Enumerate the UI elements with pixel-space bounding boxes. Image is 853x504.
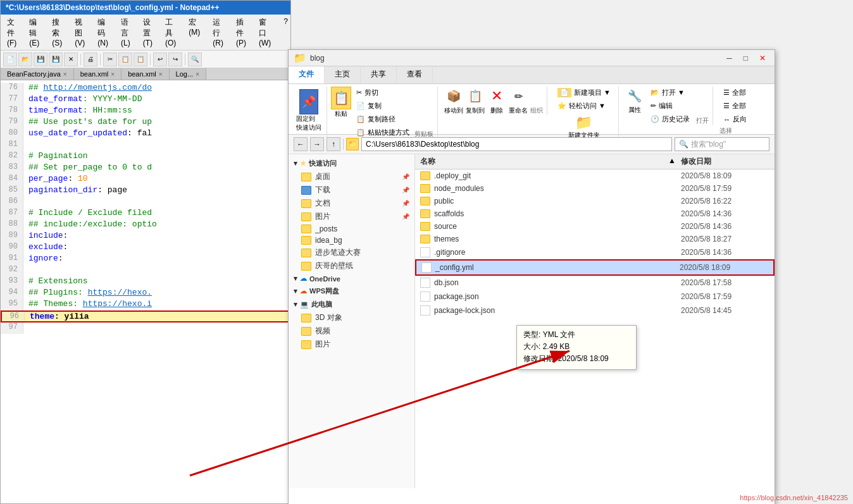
sidebar-wps[interactable]: ▾ ☁ WPS网盘: [289, 285, 414, 298]
close-btn[interactable]: ✕: [756, 54, 769, 63]
tab-close[interactable]: ×: [159, 71, 163, 78]
moveto-btn[interactable]: 📦 移动到: [444, 87, 463, 115]
ribbon-tab-share[interactable]: 共享: [361, 66, 397, 83]
file-item-gitignore[interactable]: .gitignore 2020/5/8 14:36: [415, 245, 775, 259]
select-all-btn[interactable]: ☰ 全部: [719, 87, 750, 99]
toolbar-redo[interactable]: ↪: [168, 52, 182, 66]
sidebar-item-downloads[interactable]: 下载 📌: [289, 183, 414, 197]
sidebar-item-3d[interactable]: 3D 对象: [289, 311, 414, 324]
sidebar-quickaccess[interactable]: ▾ ★ 快速访问: [289, 157, 414, 170]
moveto-label: 移动到: [444, 106, 463, 115]
address-bar[interactable]: C:\Users\86183\Desktop\test\blog: [361, 137, 672, 151]
tab-beanfactory[interactable]: BeanFactory.java ×: [1, 68, 74, 80]
file-item-source[interactable]: source 2020/5/8 14:36: [415, 220, 775, 233]
select-none-btn[interactable]: ☰ 全部: [719, 100, 750, 112]
copyto-btn[interactable]: 📋 复制到: [466, 87, 485, 115]
sidebar-item-pictures[interactable]: 图片 📌: [289, 210, 414, 223]
history-btn[interactable]: 🕐 历史记录: [647, 113, 694, 125]
tab-log[interactable]: Log... ×: [170, 68, 206, 80]
paste-btn[interactable]: 📋 粘贴: [331, 87, 351, 138]
menu-settings[interactable]: 设置(T): [139, 16, 156, 49]
code-editor[interactable]: 76 ## http://momentjs.com/do 77 date_for…: [1, 80, 290, 336]
menu-tools[interactable]: 工具(O): [161, 16, 180, 49]
nav-back[interactable]: ←: [294, 137, 308, 151]
sidebar-thispc[interactable]: ▾ 💻 此电脑: [289, 298, 414, 311]
toolbar-close[interactable]: ✕: [64, 52, 78, 66]
tab-close[interactable]: ×: [111, 71, 115, 78]
folder-icon: [420, 171, 430, 180]
sidebar-item-desktop[interactable]: 桌面 📌: [289, 170, 414, 183]
sidebar-item-wallpaper[interactable]: 庆哥的壁纸: [289, 259, 414, 273]
toolbar-saveall[interactable]: 💾: [49, 52, 63, 66]
sidebar-item-contest[interactable]: 进步笔迹大赛: [289, 246, 414, 259]
toolbar-paste[interactable]: 📋: [134, 52, 147, 66]
search-box[interactable]: 🔍 搜索"blog": [675, 137, 769, 151]
menu-window[interactable]: 窗口(W): [255, 16, 275, 49]
tab-close[interactable]: ×: [196, 71, 199, 78]
toolbar-undo[interactable]: ↩: [153, 52, 167, 66]
folder-icon: [301, 314, 311, 323]
menu-help[interactable]: ?: [280, 16, 292, 49]
menu-encode[interactable]: 编码(N): [94, 16, 112, 49]
toolbar-copy[interactable]: 📋: [118, 52, 132, 66]
toolbar-open[interactable]: 📂: [18, 52, 32, 66]
ribbon-tab-view[interactable]: 查看: [397, 66, 433, 83]
rename-btn[interactable]: ✏ 重命名: [509, 87, 528, 115]
toolbar-print[interactable]: 🖨: [84, 52, 97, 66]
file-item-packagejson[interactable]: package.json 2020/5/8 17:59: [415, 290, 775, 304]
file-item-themes[interactable]: themes 2020/5/8 18:27: [415, 233, 775, 245]
copy-btn[interactable]: 📄 复制: [352, 100, 413, 112]
toolbar-find[interactable]: 🔍: [188, 52, 202, 66]
properties-btn[interactable]: 🔧 属性: [625, 87, 644, 114]
cut-btn[interactable]: ✂ 剪切: [352, 87, 413, 99]
nav-forward[interactable]: →: [310, 137, 324, 151]
tab-bean1[interactable]: bean.xml ×: [74, 68, 121, 80]
sidebar-item-documents[interactable]: 文档 📌: [289, 197, 414, 210]
menu-edit[interactable]: 编辑(E): [25, 16, 43, 49]
file-item-dbjson[interactable]: db.json 2020/5/8 17:58: [415, 276, 775, 290]
open-btn[interactable]: 📂 打开 ▼: [647, 87, 694, 99]
sidebar-onedrive[interactable]: ▾ ☁ OneDrive: [289, 273, 414, 285]
ribbon-pin-btn[interactable]: 📌 固定到快速访问: [294, 87, 324, 135]
open-sub: 📂 打开 ▼ ✏ 编辑 🕐 历史记录: [647, 87, 694, 125]
sidebar-item-pics[interactable]: 图片: [289, 338, 414, 351]
new-item-btn[interactable]: 📄 新建项目 ▼: [554, 87, 614, 99]
ribbon-tab-file[interactable]: 文件: [289, 66, 325, 83]
delete-btn[interactable]: ✕ 删除: [487, 87, 506, 115]
file-item-public[interactable]: public 2020/5/8 16:22: [415, 195, 775, 207]
ribbon-tab-home[interactable]: 主页: [325, 66, 361, 83]
file-item-scaffolds[interactable]: scaffolds 2020/5/8 14:36: [415, 207, 775, 220]
menu-plugins[interactable]: 插件(P): [232, 16, 250, 49]
file-item-configyml[interactable]: _config.yml 2020/5/8 18:09: [415, 259, 775, 276]
file-item-deploygit[interactable]: .deploy_git 2020/5/8 18:09: [415, 169, 775, 182]
sidebar-item-posts[interactable]: _posts: [289, 223, 414, 235]
watermark: https://blog.csdn.net/xin_41842235: [740, 494, 848, 501]
easy-access-btn[interactable]: ⭐ 轻松访问 ▼: [554, 100, 614, 112]
explorer-window: 📁 blog ─ □ ✕ 文件 主页 共享 查看 📌 固定到快速访问 📋 粘贴 …: [288, 49, 775, 504]
minimize-btn[interactable]: ─: [723, 54, 736, 63]
tab-close[interactable]: ×: [63, 71, 67, 78]
menu-file[interactable]: 文件(F): [3, 16, 20, 49]
toolbar-save[interactable]: 💾: [34, 52, 47, 66]
maximize-btn[interactable]: □: [740, 54, 752, 63]
menu-lang[interactable]: 语言(L): [117, 16, 134, 49]
tab-bean2[interactable]: bean.xml ×: [121, 68, 169, 80]
menu-search[interactable]: 搜索(S): [48, 16, 66, 49]
menu-macro[interactable]: 宏(M): [185, 16, 204, 49]
file-item-nodemodules[interactable]: node_modules 2020/5/8 17:59: [415, 182, 775, 195]
menu-run[interactable]: 运行(R): [209, 16, 227, 49]
pin-marker: 📌: [402, 173, 409, 180]
new-folder-btn[interactable]: 📁 新建文件夹: [554, 114, 614, 140]
nav-up[interactable]: ↑: [327, 137, 340, 151]
file-item-packagelockjson[interactable]: package-lock.json 2020/5/8 14:45: [415, 304, 775, 317]
organize-group: 📦 移动到 📋 复制到 ✕ 删除 ✏ 重命名 组织: [440, 87, 547, 115]
sidebar-item-video[interactable]: 视频: [289, 324, 414, 338]
menu-view[interactable]: 视图(V): [71, 16, 89, 49]
edit-btn[interactable]: ✏ 编辑: [647, 100, 694, 112]
code-line-91: 91 ignore:: [1, 254, 290, 265]
toolbar-new[interactable]: 📄: [3, 52, 17, 66]
toolbar-cut[interactable]: ✂: [103, 52, 117, 66]
copy-path-btn[interactable]: 📋 复制路径: [352, 113, 413, 125]
sidebar-item-ideabg[interactable]: idea_bg: [289, 235, 414, 246]
invert-select-btn[interactable]: ↔ 反向: [719, 113, 750, 125]
